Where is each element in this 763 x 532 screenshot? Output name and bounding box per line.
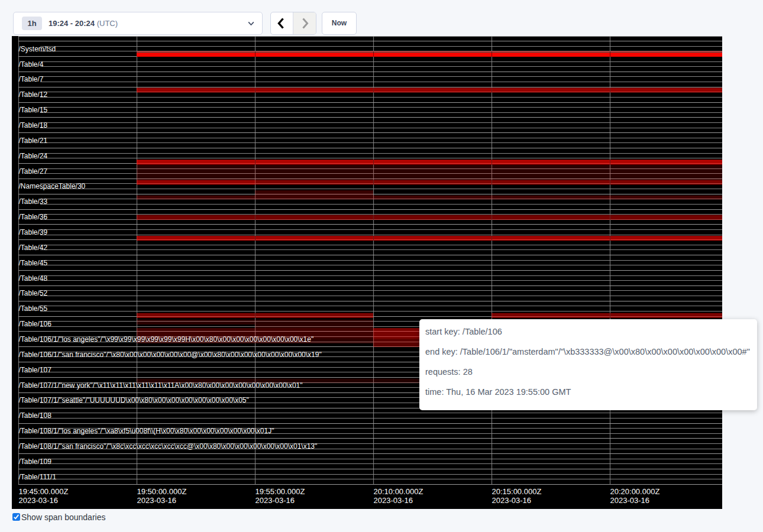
svg-text:/Table/24: /Table/24 [19,152,48,160]
svg-text:/Table/33: /Table/33 [19,197,48,206]
svg-text:2023-03-16: 2023-03-16 [492,496,532,505]
svg-text:20:10:00.000Z: 20:10:00.000Z [374,487,423,496]
svg-text:/Table/108/1/"san francisco"/": /Table/108/1/"san francisco"/"\x8c\xcc\x… [19,442,318,450]
svg-text:2023-03-16: 2023-03-16 [374,496,413,505]
svg-text:/Table/45: /Table/45 [19,259,48,267]
svg-text:/Table/48: /Table/48 [19,274,48,283]
svg-text:/Table/108: /Table/108 [19,411,52,420]
svg-text:/Table/12: /Table/12 [19,90,48,99]
svg-text:/Table/39: /Table/39 [19,228,48,236]
svg-text:19:55:00.000Z: 19:55:00.000Z [256,487,305,496]
svg-text:/Table/55: /Table/55 [19,304,48,313]
svg-text:/Table/15: /Table/15 [19,106,48,114]
svg-text:19:45:00.000Z: 19:45:00.000Z [19,487,69,496]
svg-text:/Table/106: /Table/106 [19,320,52,328]
svg-text:/Table/7: /Table/7 [19,75,44,83]
svg-text:/Table/109: /Table/109 [19,458,52,466]
svg-text:/Table/36: /Table/36 [19,213,48,221]
svg-text:/Table/107: /Table/107 [19,366,52,374]
svg-text:/Table/4: /Table/4 [19,60,44,69]
svg-text:/Table/108/1/"los angeles"/"\x: /Table/108/1/"los angeles"/"\xa8\xf5\u00… [19,427,274,435]
svg-text:/Table/18: /Table/18 [19,121,48,129]
svg-text:/Table/106/1/"los angeles"/"\x: /Table/106/1/"los angeles"/"\x99\x99\x99… [19,335,314,343]
svg-text:19:50:00.000Z: 19:50:00.000Z [137,487,187,496]
svg-text:2023-03-16: 2023-03-16 [19,496,59,505]
svg-text:2023-03-16: 2023-03-16 [256,496,295,505]
svg-text:/Table/42: /Table/42 [19,244,48,252]
svg-text:/Table/106/1/"san francisco"/": /Table/106/1/"san francisco"/"\x80\x00\x… [19,351,322,359]
svg-text:20:15:00.000Z: 20:15:00.000Z [492,487,542,496]
svg-text:/Table/107/1/"new york"/"\x11\: /Table/107/1/"new york"/"\x11\x11\x11\x1… [19,381,303,390]
svg-text:/NamespaceTable/30: /NamespaceTable/30 [19,182,86,190]
svg-text:/Table/111/1: /Table/111/1 [19,473,57,481]
svg-text:/Table/52: /Table/52 [19,289,48,297]
svg-text:/System/tsd: /System/tsd [19,45,56,53]
svg-text:/Table/27: /Table/27 [19,167,48,176]
svg-text:2023-03-16: 2023-03-16 [137,496,177,505]
svg-text:/Table/21: /Table/21 [19,137,48,145]
svg-text:/Table/107/1/"seattle"/"UUUUUU: /Table/107/1/"seattle"/"UUUUUUD\x00\x80\… [19,396,249,404]
svg-text:2023-03-16: 2023-03-16 [610,496,650,505]
svg-text:20:20:00.000Z: 20:20:00.000Z [610,487,660,496]
